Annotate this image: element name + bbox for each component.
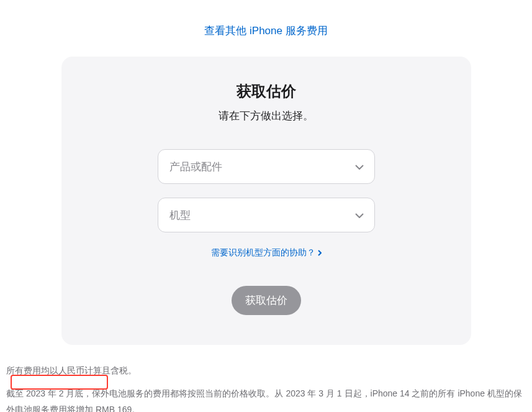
card-title: 获取估价 — [111, 81, 422, 101]
model-select-placeholder: 机型 — [169, 208, 191, 222]
get-estimate-button[interactable]: 获取估价 — [232, 286, 301, 315]
footer-line-2: 截至 2023 年 2 月底，保外电池服务的费用都将按照当前的价格收取。从 20… — [6, 385, 526, 412]
other-service-fees-link[interactable]: 查看其他 iPhone 服务费用 — [204, 25, 327, 37]
card-subtitle: 请在下方做出选择。 — [111, 109, 422, 123]
model-select-wrap: 机型 — [158, 198, 375, 232]
footer-line-1: 所有费用均以人民币计算且含税。 — [6, 362, 526, 379]
top-link-container: 查看其他 iPhone 服务费用 — [0, 0, 532, 57]
estimate-card: 获取估价 请在下方做出选择。 产品或配件 机型 需要识别机型方面的协助？ 获取估… — [61, 57, 471, 345]
model-help-label: 需要识别机型方面的协助？ — [211, 247, 315, 259]
footer-text: 所有费用均以人民币计算且含税。 截至 2023 年 2 月底，保外电池服务的费用… — [0, 345, 532, 412]
chevron-right-icon — [318, 250, 322, 256]
model-select[interactable]: 机型 — [158, 198, 375, 232]
product-select[interactable]: 产品或配件 — [158, 149, 375, 184]
model-help-link[interactable]: 需要识别机型方面的协助？ — [211, 247, 322, 259]
product-select-wrap: 产品或配件 — [158, 149, 375, 184]
product-select-placeholder: 产品或配件 — [169, 160, 222, 174]
